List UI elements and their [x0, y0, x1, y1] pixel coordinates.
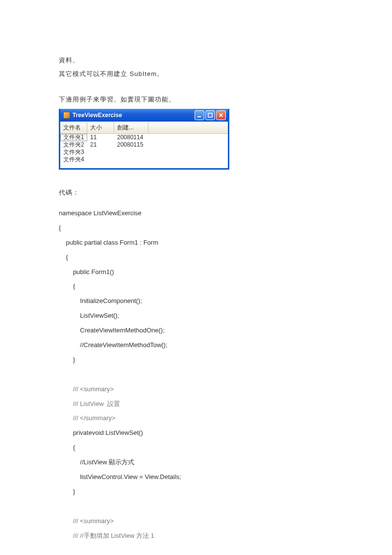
- list-item[interactable]: 文件夾1 11 20080114: [60, 134, 228, 141]
- listview-header: 文件名 大小 創建...: [60, 122, 228, 134]
- cell-date: 20080115: [114, 141, 148, 149]
- list-item[interactable]: 文件夾3: [60, 149, 228, 156]
- paragraph: 其它模式可以不用建立 SubItem。: [59, 68, 333, 80]
- code-line-comment: /// <summary>: [59, 517, 114, 525]
- code-line: privatevoid ListViewSet(): [59, 429, 143, 436]
- code-line: public Form1(): [59, 268, 114, 276]
- paragraph: 代碼：: [59, 186, 333, 199]
- code-line-comment: /// <summary>: [59, 385, 114, 393]
- close-button[interactable]: [216, 110, 226, 120]
- code-line: ListViewSet();: [59, 312, 119, 319]
- list-item[interactable]: 文件夾2 21 20080115: [60, 141, 228, 149]
- maximize-button[interactable]: [205, 110, 215, 120]
- paragraph: 資料。: [59, 54, 333, 67]
- listview-body: 文件夾1 11 20080114 文件夾2 21 20080115 文件夾3 文…: [60, 134, 228, 168]
- app-icon: [63, 112, 70, 119]
- window-screenshot: TreeViewExercise 文件名 大小 創建...: [59, 109, 229, 170]
- cell-size: [87, 149, 114, 156]
- code-line: //ListView 顯示方式: [59, 458, 134, 466]
- code-block: namespace ListViewExercise { public part…: [59, 206, 333, 543]
- cell-name: 文件夾4: [60, 156, 87, 163]
- paragraph: 下邊用例子來學習。如實現下圖功能。: [59, 93, 333, 106]
- cell-size: [87, 156, 114, 163]
- column-header-size[interactable]: 大小: [87, 122, 114, 133]
- list-item[interactable]: 文件夾4: [60, 156, 228, 163]
- window-title: TreeViewExercise: [73, 112, 195, 119]
- column-header-date[interactable]: 創建...: [114, 122, 148, 133]
- code-line: listViewControl.View = View.Details;: [59, 473, 181, 480]
- minimize-icon: [197, 113, 202, 118]
- column-header-name[interactable]: 文件名: [60, 122, 87, 133]
- code-line: {: [59, 282, 75, 290]
- cell-name: 文件夾2: [60, 141, 87, 149]
- code-line: public partial class Form1 : Form: [59, 239, 158, 246]
- code-line-comment: /// //手動填加 ListView 方法 1: [59, 532, 154, 539]
- close-icon: [219, 113, 223, 118]
- cell-name: 文件夾3: [60, 149, 87, 156]
- listview: 文件名 大小 創建... 文件夾1 11 20080114 文件夾2 21 20…: [60, 122, 228, 168]
- cell-size: 21: [87, 141, 114, 149]
- cell-name: 文件夾1: [60, 134, 87, 141]
- cell-date: 20080114: [114, 134, 148, 141]
- cell-date: [114, 149, 148, 156]
- code-line: namespace ListViewExercise: [59, 209, 142, 217]
- code-line: CreateViewItemMethodOne();: [59, 327, 165, 334]
- cell-date: [114, 156, 148, 163]
- svg-rect-1: [208, 113, 212, 117]
- window-titlebar: TreeViewExercise: [60, 109, 228, 122]
- maximize-icon: [208, 113, 213, 118]
- svg-rect-0: [197, 116, 201, 117]
- code-line: //CreateViewItemMethodTow();: [59, 341, 168, 349]
- code-line-comment: /// ListView 設置: [59, 400, 120, 407]
- cell-size: 11: [87, 134, 114, 141]
- code-label: 代碼：: [59, 186, 333, 199]
- code-line: InitializeComponent();: [59, 297, 142, 304]
- window-caption-buttons: [195, 110, 226, 120]
- code-line-comment: /// </summary>: [59, 414, 116, 422]
- document-page: 資料。 其它模式可以不用建立 SubItem。 下邊用例子來學習。如實現下圖功能…: [0, 0, 392, 555]
- code-line: }: [59, 488, 75, 495]
- code-line: }: [59, 356, 75, 363]
- code-line: {: [59, 224, 61, 231]
- intro-text: 資料。 其它模式可以不用建立 SubItem。 下邊用例子來學習。如實現下圖功能…: [59, 54, 333, 106]
- code-line: {: [59, 253, 68, 261]
- code-line: {: [59, 444, 75, 451]
- minimize-button[interactable]: [195, 110, 204, 120]
